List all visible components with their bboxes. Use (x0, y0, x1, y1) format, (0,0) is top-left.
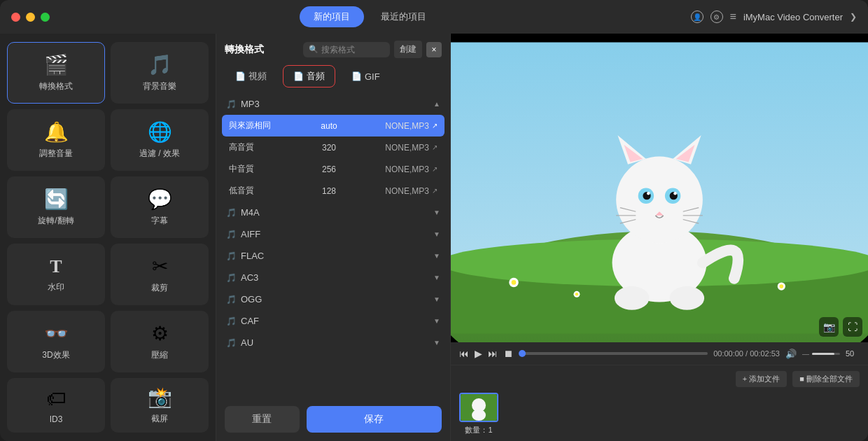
sidebar-item-rotate[interactable]: 🔄 旋轉/翻轉 (7, 176, 105, 238)
format-list[interactable]: 🎵 MP3 ▲ 與來源相同 auto NONE,MP3 ↗ 高音質 320 NO… (216, 93, 450, 398)
progress-bar[interactable] (519, 352, 708, 355)
close-window-button[interactable] (11, 13, 20, 22)
sidebar-item-screenshot-label: 截屏 (151, 413, 168, 425)
mp3-group-label: MP3 (241, 99, 260, 109)
tab-gif[interactable]: 📄 GIF (341, 65, 391, 88)
id3-icon: 🏷 (46, 387, 66, 410)
format-item-same-as-source[interactable]: 與來源相同 auto NONE,MP3 ↗ (222, 115, 444, 136)
sidebar-item-crop[interactable]: ✂ 裁剪 (111, 244, 209, 305)
sidebar-item-volume-label: 調整音量 (39, 148, 73, 160)
search-input[interactable] (321, 45, 384, 55)
format-group-mp3[interactable]: 🎵 MP3 ▲ (222, 93, 444, 115)
svg-point-14 (647, 192, 650, 195)
au-group-icon: 🎵 (226, 338, 237, 348)
sidebar-item-watermark[interactable]: T 水印 (7, 244, 105, 305)
minimize-window-button[interactable] (26, 13, 35, 22)
ogg-group-label: OGG (241, 294, 262, 304)
reset-button[interactable]: 重置 (225, 406, 300, 433)
convert-icon: 🎬 (44, 53, 69, 76)
caf-group-icon: 🎵 (226, 316, 237, 326)
sidebar-item-subtitle-label: 字幕 (151, 215, 168, 227)
skip-back-button[interactable]: ⏮ (459, 348, 469, 359)
delete-all-button[interactable]: ■ 刪除全部文件 (792, 371, 860, 387)
format-group-flac[interactable]: 🎵 FLAC ▼ (222, 245, 444, 267)
format-panel: 轉換格式 🔍 創建 × 📄 視頻 📄 音頻 📄 GIF (216, 34, 451, 441)
file-actions: + 添加文件 ■ 刪除全部文件 (459, 371, 860, 387)
file-count: 1 (488, 426, 492, 434)
thumbnail-strip: 數量：1 (459, 393, 860, 435)
svg-point-5 (616, 157, 703, 244)
sidebar-item-convert[interactable]: 🎬 轉換格式 (7, 42, 105, 104)
gear-icon[interactable]: ⚙ (710, 10, 723, 23)
format-group-ac3[interactable]: 🎵 AC3 ▼ (222, 267, 444, 288)
menu-icon[interactable]: ≡ (730, 10, 736, 23)
sidebar-item-subtitle[interactable]: 💬 字幕 (111, 176, 209, 238)
format-footer: 重置 保存 (216, 398, 450, 441)
tab-audio[interactable]: 📄 音頻 (283, 65, 335, 88)
ogg-group-icon: 🎵 (226, 295, 237, 304)
user-icon[interactable]: 👤 (691, 10, 704, 23)
camera-snapshot-button[interactable]: 📷 (819, 317, 839, 337)
format-group-au[interactable]: 🎵 AU ▼ (222, 332, 444, 354)
sidebar-item-volume[interactable]: 🔔 調整音量 (7, 109, 105, 171)
app-title: iMyMac Video Converter (743, 12, 843, 22)
time-display: 00:00:00 / 00:02:53 (713, 349, 780, 358)
format-item-mid-quality[interactable]: 中音質 256 NONE,MP3 ↗ (222, 158, 444, 180)
item-lq-codec: NONE,MP3 (345, 186, 430, 196)
format-group-aiff[interactable]: 🎵 AIFF ▼ (222, 223, 444, 245)
mp3-chevron-icon: ▲ (433, 100, 440, 108)
tab-recent[interactable]: 最近的項目 (367, 6, 440, 27)
progress-dot (519, 350, 526, 357)
m4a-group-icon: 🎵 (226, 208, 237, 218)
item-hq-bitrate: 320 (314, 143, 345, 153)
format-group-ogg[interactable]: 🎵 OGG ▼ (222, 288, 444, 310)
sidebar-item-compress[interactable]: ⚙ 壓縮 (111, 311, 209, 372)
main-tabs: 新的項目 最近的項目 (300, 6, 440, 27)
fullscreen-button[interactable]: ⛶ (843, 317, 862, 337)
tab-video[interactable]: 📄 視頻 (225, 65, 277, 88)
item-lq-ext-icon: ↗ (432, 187, 438, 195)
sidebar-item-3d[interactable]: 👓 3D效果 (7, 311, 105, 372)
ac3-chevron-icon: ▼ (433, 274, 440, 281)
sidebar-item-screenshot[interactable]: 📸 截屏 (111, 378, 209, 433)
save-button[interactable]: 保存 (307, 406, 442, 433)
volume-bar[interactable] (812, 353, 840, 355)
format-group-caf[interactable]: 🎵 CAF ▼ (222, 310, 444, 332)
format-item-high-quality[interactable]: 高音質 320 NONE,MP3 ↗ (222, 136, 444, 158)
tab-new-project[interactable]: 新的項目 (300, 6, 364, 27)
create-button[interactable]: 創建 (394, 41, 422, 58)
format-group-m4a[interactable]: 🎵 M4A ▼ (222, 202, 444, 223)
sidebar-item-id3[interactable]: 🏷 ID3 (7, 378, 105, 433)
current-time: 00:00:00 (713, 349, 743, 358)
add-file-button[interactable]: + 添加文件 (736, 371, 787, 387)
maximize-window-button[interactable] (41, 13, 50, 22)
volume-icon: 🔔 (44, 120, 69, 144)
sidebar-item-id3-label: ID3 (50, 414, 63, 424)
stop-button[interactable]: ⏹ (503, 348, 513, 359)
volume-icon-button[interactable]: 🔊 (785, 349, 797, 359)
sidebar: 🎬 轉換格式 🎵 背景音樂 🔔 調整音量 🌐 過濾 / 效果 🔄 旋轉/翻轉 💬… (0, 34, 216, 441)
volume-number: 50 (846, 349, 860, 358)
thumb-svg-0 (461, 394, 497, 421)
format-panel-title: 轉換格式 (225, 43, 264, 56)
m4a-group-label: M4A (241, 207, 260, 218)
volume-minus-icon: — (802, 350, 809, 358)
close-format-button[interactable]: × (426, 42, 442, 57)
item-mq-codec: NONE,MP3 (345, 164, 430, 174)
sidebar-item-watermark-label: 水印 (48, 281, 64, 293)
au-group-label: AU (241, 337, 253, 348)
item-same-source-codec: NONE,MP3 (345, 121, 430, 131)
sidebar-item-filter[interactable]: 🌐 過濾 / 效果 (111, 109, 209, 171)
format-panel-header: 轉換格式 🔍 創建 × (216, 34, 450, 65)
tab-audio-label: 音頻 (307, 70, 325, 83)
skip-forward-button[interactable]: ⏭ (488, 348, 498, 359)
video-thumbnail-svg (451, 34, 868, 342)
thumb-item-0[interactable]: 數量：1 (459, 393, 498, 435)
svg-point-26 (512, 280, 517, 285)
sidebar-item-bgmusic[interactable]: 🎵 背景音樂 (111, 42, 209, 104)
3d-icon: 👓 (44, 322, 69, 345)
m4a-chevron-icon: ▼ (433, 209, 440, 216)
ac3-group-icon: 🎵 (226, 273, 237, 283)
play-button[interactable]: ▶ (475, 348, 482, 359)
format-item-low-quality[interactable]: 低音質 128 NONE,MP3 ↗ (222, 180, 444, 202)
